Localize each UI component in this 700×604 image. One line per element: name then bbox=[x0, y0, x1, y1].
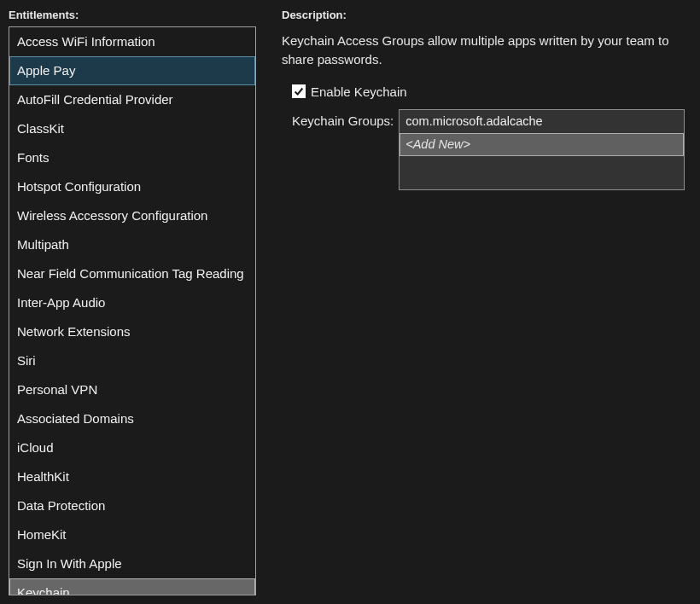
enable-keychain-label: Enable Keychain bbox=[311, 84, 407, 99]
keychain-groups-label: Keychain Groups: bbox=[292, 109, 399, 128]
entitlements-pane: Entitlements: Access WiFi InformationApp… bbox=[9, 7, 256, 595]
entitlement-item-label: Wireless Accessory Configuration bbox=[17, 208, 207, 223]
entitlement-item[interactable]: ClassKit bbox=[9, 114, 255, 143]
entitlement-item-label: Hotspot Configuration bbox=[17, 179, 141, 194]
enable-keychain-checkbox[interactable] bbox=[292, 84, 306, 98]
entitlement-item[interactable]: Associated Domains bbox=[9, 404, 255, 433]
entitlement-item-label: AutoFill Credential Provider bbox=[17, 92, 173, 107]
description-pane: Description: Keychain Access Groups allo… bbox=[256, 7, 691, 595]
entitlement-item[interactable]: HomeKit bbox=[9, 520, 255, 549]
checkmark-icon bbox=[293, 85, 305, 97]
entitlement-item-label: HomeKit bbox=[17, 527, 67, 542]
keychain-groups-grid[interactable]: com.microsoft.adalcache<Add New> bbox=[399, 109, 685, 190]
entitlement-item[interactable]: AutoFill Credential Provider bbox=[9, 85, 255, 114]
entitlement-item-label: Apple Pay bbox=[17, 63, 75, 78]
entitlement-item[interactable]: Near Field Communication Tag Reading bbox=[9, 259, 255, 288]
entitlement-item[interactable]: Inter-App Audio bbox=[9, 288, 255, 317]
entitlement-item[interactable]: Apple Pay bbox=[9, 56, 255, 85]
keychain-group-row[interactable]: com.microsoft.adalcache bbox=[400, 110, 684, 133]
entitlement-item[interactable]: iCloud bbox=[9, 433, 255, 462]
entitlement-item-label: Network Extensions bbox=[17, 324, 131, 339]
description-text: Keychain Access Groups allow multiple ap… bbox=[282, 32, 691, 69]
entitlement-item[interactable]: Keychain bbox=[9, 578, 255, 595]
entitlement-item-label: Sign In With Apple bbox=[17, 556, 122, 571]
entitlements-list[interactable]: Access WiFi InformationApple PayAutoFill… bbox=[9, 26, 256, 595]
entitlement-item[interactable]: Access WiFi Information bbox=[9, 27, 255, 56]
entitlement-item-label: Access WiFi Information bbox=[17, 34, 155, 49]
entitlement-item[interactable]: Personal VPN bbox=[9, 375, 255, 404]
entitlement-item-label: Near Field Communication Tag Reading bbox=[17, 266, 244, 281]
entitlement-item[interactable]: Wireless Accessory Configuration bbox=[9, 201, 255, 230]
entitlement-item[interactable]: Sign In With Apple bbox=[9, 549, 255, 578]
entitlement-item-label: Multipath bbox=[17, 237, 69, 252]
entitlement-item-label: Personal VPN bbox=[17, 382, 97, 397]
keychain-groups-row: Keychain Groups: com.microsoft.adalcache… bbox=[292, 109, 691, 190]
entitlement-item[interactable]: Hotspot Configuration bbox=[9, 172, 255, 201]
entitlement-item-label: Inter-App Audio bbox=[17, 295, 105, 310]
keychain-group-add-new[interactable]: <Add New> bbox=[400, 133, 684, 156]
root-container: Entitlements: Access WiFi InformationApp… bbox=[0, 0, 700, 604]
entitlement-item-label: iCloud bbox=[17, 440, 54, 455]
entitlement-item[interactable]: Data Protection bbox=[9, 491, 255, 520]
entitlement-item[interactable]: Fonts bbox=[9, 143, 255, 172]
entitlement-item-label: Keychain bbox=[17, 585, 70, 595]
entitlement-item-label: Data Protection bbox=[17, 498, 105, 513]
entitlement-item[interactable]: Network Extensions bbox=[9, 317, 255, 346]
entitlement-item-label: Fonts bbox=[17, 150, 50, 165]
entitlement-item-label: Associated Domains bbox=[17, 411, 134, 426]
entitlement-item-label: HealthKit bbox=[17, 469, 69, 484]
enable-keychain-row: Enable Keychain bbox=[292, 84, 691, 99]
entitlement-item[interactable]: Multipath bbox=[9, 230, 255, 259]
entitlement-item-label: Siri bbox=[17, 353, 36, 368]
description-header: Description: bbox=[282, 7, 691, 26]
entitlement-item[interactable]: Siri bbox=[9, 346, 255, 375]
entitlements-header: Entitlements: bbox=[9, 7, 256, 26]
entitlement-item[interactable]: HealthKit bbox=[9, 462, 255, 491]
entitlement-item-label: ClassKit bbox=[17, 121, 64, 136]
